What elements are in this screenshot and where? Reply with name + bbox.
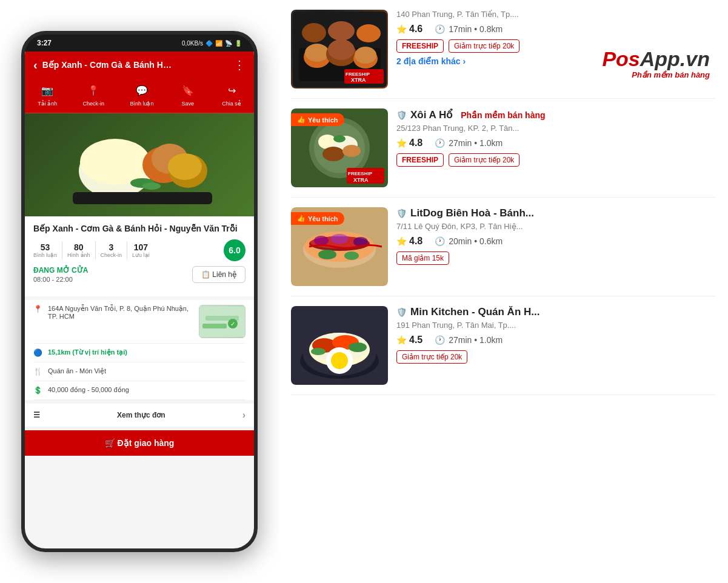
svg-point-8 [142, 182, 161, 190]
top-time-text: 17min • 0.8km [449, 24, 503, 34]
open-hours: 08:00 - 22:00 [33, 276, 88, 283]
litdog-rating: 4.8 [409, 236, 422, 247]
star-icon-1: ⭐ [396, 138, 407, 148]
score-value: 6.0 [229, 245, 240, 255]
xoi-a-ho-time-distance: 🕐 27min • 1.0km [435, 138, 503, 148]
star-icon: ⭐ [396, 24, 407, 34]
svg-point-48 [344, 252, 359, 260]
svg-point-22 [302, 23, 326, 42]
xoi-freeship-tag: FREESHIP [396, 153, 444, 167]
price-row: 💲 40,000 đồng - 50,000 đồng [33, 381, 245, 400]
order-button[interactable]: 🛒 Đặt giao hàng [25, 430, 254, 456]
luu-lai-value: 107 [134, 242, 148, 252]
hinh-anh-value: 80 [74, 242, 84, 252]
action-icons-row: 📷 Tải ảnh 📍 Check-in 💬 Bình luận 🔖 Save … [25, 78, 254, 113]
min-kitchen-rating: 4.5 [409, 335, 422, 345]
svg-point-33 [322, 147, 344, 161]
stats-row: 53 Bình luận 80 Hình ảnh 3 Check-in [33, 239, 245, 261]
open-status-section: ĐANG MỞ CỬA 08:00 - 22:00 [33, 266, 88, 283]
stat-divider-3 [127, 241, 127, 259]
app-header-title: Bếp Xanh - Cơm Gà & Bánh Hỏi... [42, 60, 176, 70]
status-bar: 3:27 0,0KB/s 🔷 📶 📡 🔋 [25, 35, 254, 52]
top-food-thumbnail: FREESHIP XTRA [291, 10, 388, 88]
svg-point-47 [318, 250, 336, 259]
address-row: 📍 164A Nguyễn Văn Trỗi, P. 8, Quận Phú N… [33, 300, 245, 344]
xoi-a-ho-info: 🛡️ Xôi A Hổ Phần mềm bán hàng 25/123 Pha… [396, 108, 716, 167]
verified-icon-2: 🛡️ [396, 208, 407, 218]
litdog-name-row: 🛡️ LitDog Biên Hoà - Bánh... [396, 207, 716, 219]
litdog-time-text: 20min • 0.6km [449, 236, 503, 246]
restaurant-info: Bếp Xanh - Cơm Gà & Bánh Hỏi - Nguyễn Vă… [25, 216, 254, 296]
litdog-tags: Mã giảm 15k [396, 252, 716, 265]
phone-content: ‹ Bếp Xanh - Cơm Gà & Bánh Hỏi... ⋮ 📷 Tả… [25, 52, 254, 548]
min-kitchen-name: Min Kitchen - Quán Ăn H... [410, 306, 539, 318]
comment-action[interactable]: 💬 Bình luận [130, 82, 153, 107]
svg-point-23 [328, 21, 355, 41]
min-kitchen-tags: Giảm trực tiếp 20k [396, 350, 716, 364]
back-button[interactable]: ‹ [33, 58, 38, 72]
listing-item-1: FREESHIP XTRA 👍 Yêu thích 🛡️ Xôi A Hổ Ph… [291, 99, 716, 198]
menu-arrow-icon: › [242, 410, 245, 421]
min-kitchen-thumbnail [291, 306, 388, 385]
stat-hinh-anh: 80 Hình ảnh [67, 242, 90, 258]
thumbs-up-icon-1: 👍 [297, 116, 306, 124]
share-action[interactable]: ↪ Chia sẻ [222, 82, 241, 107]
star-icon-2: ⭐ [396, 236, 407, 246]
xoi-a-ho-name-row: 🛡️ Xôi A Hổ Phần mềm bán hàng [396, 108, 716, 121]
more-options-button[interactable]: ⋮ [233, 58, 245, 72]
posapp-logo: PosApp.vn [602, 48, 710, 69]
share-icon: ↪ [223, 82, 240, 99]
bookmark-icon: 🔖 [179, 82, 196, 99]
svg-rect-11 [202, 324, 227, 328]
verified-icon-1: 🛡️ [396, 110, 407, 120]
top-food-svg: FREESHIP XTRA [293, 12, 387, 87]
litdog-thumbnail: 👍 Yêu thích [291, 207, 388, 286]
svg-point-44 [314, 236, 329, 245]
app-header-left: ‹ Bếp Xanh - Cơm Gà & Bánh Hỏi... [33, 58, 176, 72]
menu-icon: ☰ [33, 411, 40, 419]
star-icon-3: ⭐ [396, 335, 407, 345]
svg-point-45 [330, 234, 349, 244]
distance-icon: 🔵 [33, 348, 43, 357]
status-contact-row: ĐANG MỞ CỬA 08:00 - 22:00 📋 Liên hệ [33, 266, 245, 283]
xoi-a-ho-name: Xôi A Hổ [410, 108, 452, 121]
checkin-action[interactable]: 📍 Check-in [83, 82, 105, 107]
contact-button[interactable]: 📋 Liên hệ [192, 266, 245, 283]
binh-luan-label: Bình luận [33, 252, 57, 258]
min-kitchen-svg [291, 306, 388, 385]
listing-item-2: 👍 Yêu thích 🛡️ LitDog Biên Hoà - Bánh...… [291, 198, 716, 296]
phone-time: 3:27 [37, 39, 52, 47]
order-button-label: 🛒 Đặt giao hàng [105, 438, 175, 448]
camera-icon: 📷 [39, 82, 56, 99]
xoi-discount-tag: Giảm trực tiếp 20k [449, 153, 519, 167]
food-hero-image [25, 113, 254, 216]
clock-icon: 🕐 [435, 24, 445, 34]
upload-photo-action[interactable]: 📷 Tải ảnh [38, 82, 57, 107]
posapp-logo-appvn: App.vn [640, 47, 710, 70]
upload-photo-label: Tải ảnh [38, 101, 57, 107]
more-locations-text: 2 địa điểm khác › [396, 56, 466, 66]
hinh-anh-label: Hình ảnh [67, 252, 90, 258]
distance-text: 15,1km (Từ vị trí hiện tại) [48, 348, 127, 356]
open-status-text: ĐANG MỞ CỬA [33, 266, 88, 275]
litdog-address: 7/11 Lê Quý Đôn, KP3, P. Tân Hiệ... [396, 222, 716, 231]
svg-text:FREESHIP: FREESHIP [348, 171, 373, 176]
map-svg: ✓ [199, 307, 245, 337]
top-food-address: 140 Phan Trung, P. Tân Tiến, Tp.... [396, 10, 716, 19]
min-kitchen-time-text: 27min • 1.0km [449, 335, 503, 345]
freeship-tag: FREESHIP [396, 39, 444, 53]
min-kitchen-address: 191 Phan Trung, P. Tân Mai, Tp.... [396, 321, 716, 330]
distance-row: 🔵 15,1km (Từ vị trí hiện tại) [33, 344, 245, 362]
min-kitchen-time-distance: 🕐 27min • 1.0km [435, 335, 503, 345]
address-text: 164A Nguyễn Văn Trỗi, P. 8, Quận Phú Nhu… [48, 305, 194, 320]
thumbs-up-icon-2: 👍 [297, 215, 306, 222]
checkin-icon: 📍 [85, 82, 102, 99]
map-thumbnail[interactable]: ✓ [199, 305, 245, 338]
svg-point-17 [305, 44, 329, 62]
min-kitchen-stars: ⭐ 4.5 [396, 335, 422, 345]
save-action[interactable]: 🔖 Save [179, 82, 196, 107]
phone-frame: 3:27 0,0KB/s 🔷 📶 📡 🔋 ‹ Bếp Xanh - Cơm Gà… [21, 31, 258, 552]
litdog-rating-row: ⭐ 4.8 🕐 20min • 0.6km [396, 236, 716, 247]
view-menu-row[interactable]: ☰ Xem thực đơn › [25, 404, 254, 427]
top-time-distance: 🕐 17min • 0.8km [435, 24, 503, 34]
